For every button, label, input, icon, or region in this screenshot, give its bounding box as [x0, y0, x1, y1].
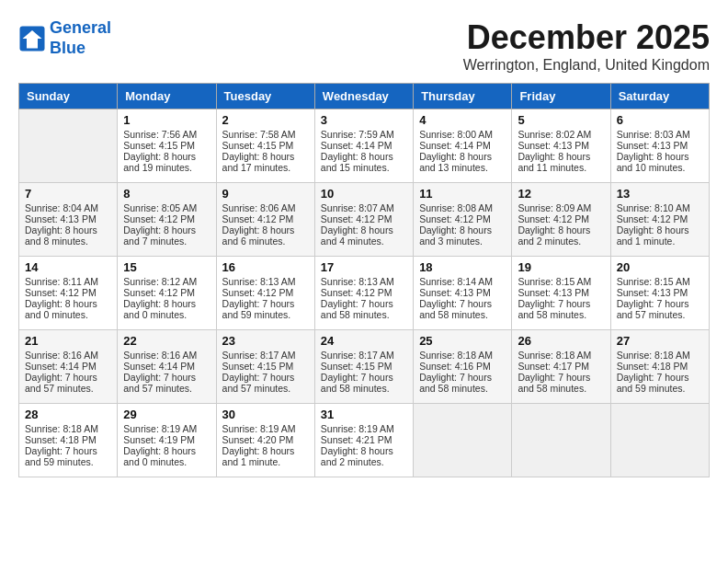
calendar-cell: 27Sunrise: 8:18 AMSunset: 4:18 PMDayligh… [610, 330, 709, 404]
week-row-3: 14Sunrise: 8:11 AMSunset: 4:12 PMDayligh… [19, 257, 710, 330]
calendar-cell: 19Sunrise: 8:15 AMSunset: 4:13 PMDayligh… [512, 257, 610, 330]
daylight-label: Daylight: 7 hours and 57 minutes. [25, 372, 97, 394]
sunrise: Sunrise: 8:02 AM [518, 129, 591, 140]
sunrise: Sunrise: 8:18 AM [617, 350, 690, 361]
daylight-label: Daylight: 8 hours and 1 minute. [617, 224, 689, 247]
day-number: 21 [25, 334, 111, 348]
day-number: 4 [419, 113, 506, 127]
daylight-label: Daylight: 7 hours and 58 minutes. [321, 298, 393, 320]
sunset: Sunset: 4:14 PM [419, 140, 491, 151]
column-header-wednesday: Wednesday [314, 84, 413, 109]
sunset: Sunset: 4:15 PM [222, 361, 294, 372]
daylight-label: Daylight: 8 hours and 13 minutes. [419, 151, 492, 173]
sunset: Sunset: 4:12 PM [321, 287, 392, 298]
calendar-cell: 21Sunrise: 8:16 AMSunset: 4:14 PMDayligh… [19, 330, 118, 404]
sunrise: Sunrise: 8:11 AM [25, 276, 98, 287]
sunrise: Sunrise: 8:15 AM [617, 276, 690, 287]
calendar-cell: 28Sunrise: 8:18 AMSunset: 4:18 PMDayligh… [19, 404, 118, 477]
sunrise: Sunrise: 8:00 AM [419, 129, 493, 140]
daylight-label: Daylight: 7 hours and 58 minutes. [321, 372, 393, 394]
day-number: 25 [419, 334, 506, 348]
title-block: December 2025 Werrington, England, Unite… [463, 18, 710, 74]
column-header-sunday: Sunday [19, 84, 118, 109]
day-number: 16 [222, 260, 309, 274]
calendar-cell: 17Sunrise: 8:13 AMSunset: 4:12 PMDayligh… [314, 257, 413, 330]
day-number: 27 [617, 334, 703, 348]
sunrise: Sunrise: 7:59 AM [321, 129, 394, 140]
day-number: 28 [25, 408, 111, 421]
day-number: 30 [222, 408, 309, 421]
day-number: 12 [518, 187, 604, 201]
sunset: Sunset: 4:12 PM [25, 287, 97, 298]
calendar-cell: 4Sunrise: 8:00 AMSunset: 4:14 PMDaylight… [414, 109, 512, 183]
sunrise: Sunrise: 8:13 AM [321, 276, 394, 287]
day-number: 31 [321, 408, 407, 421]
daylight-label: Daylight: 7 hours and 58 minutes. [518, 298, 590, 320]
sunset: Sunset: 4:12 PM [123, 287, 195, 298]
sunset: Sunset: 4:13 PM [518, 287, 589, 298]
daylight-label: Daylight: 8 hours and 2 minutes. [321, 445, 393, 467]
calendar-table: SundayMondayTuesdayWednesdayThursdayFrid… [18, 83, 710, 477]
sunset: Sunset: 4:15 PM [222, 140, 294, 151]
calendar-cell: 30Sunrise: 8:19 AMSunset: 4:20 PMDayligh… [216, 404, 314, 477]
sunrise: Sunrise: 8:05 AM [123, 202, 197, 213]
day-number: 8 [123, 187, 210, 201]
calendar-cell: 7Sunrise: 8:04 AMSunset: 4:13 PMDaylight… [19, 183, 118, 257]
sunrise: Sunrise: 7:58 AM [222, 129, 296, 140]
day-number: 15 [123, 260, 210, 274]
daylight-label: Daylight: 8 hours and 0 minutes. [25, 298, 97, 320]
sunrise: Sunrise: 8:19 AM [222, 423, 296, 434]
day-number: 26 [518, 334, 604, 348]
daylight-label: Daylight: 7 hours and 59 minutes. [617, 372, 689, 394]
page-header: General Blue December 2025 Werrington, E… [18, 18, 710, 74]
daylight-label: Daylight: 7 hours and 57 minutes. [123, 372, 196, 394]
calendar-cell: 15Sunrise: 8:12 AMSunset: 4:12 PMDayligh… [118, 257, 216, 330]
sunrise: Sunrise: 8:19 AM [123, 423, 197, 434]
sunrise: Sunrise: 8:15 AM [518, 276, 591, 287]
daylight-label: Daylight: 7 hours and 57 minutes. [222, 372, 295, 394]
sunrise: Sunrise: 8:04 AM [25, 202, 98, 213]
calendar-cell: 25Sunrise: 8:18 AMSunset: 4:16 PMDayligh… [414, 330, 512, 404]
day-number: 14 [25, 260, 111, 274]
calendar-cell: 23Sunrise: 8:17 AMSunset: 4:15 PMDayligh… [216, 330, 314, 404]
calendar-cell: 1Sunrise: 7:56 AMSunset: 4:15 PMDaylight… [118, 109, 216, 183]
sunset: Sunset: 4:14 PM [25, 361, 97, 372]
sunset: Sunset: 4:13 PM [25, 213, 97, 224]
sunrise: Sunrise: 8:14 AM [419, 276, 493, 287]
sunrise: Sunrise: 7:56 AM [123, 129, 197, 140]
day-number: 1 [123, 113, 210, 127]
daylight-label: Daylight: 8 hours and 2 minutes. [518, 224, 590, 247]
daylight-label: Daylight: 8 hours and 6 minutes. [222, 224, 295, 247]
sunset: Sunset: 4:12 PM [123, 213, 195, 224]
sunrise: Sunrise: 8:07 AM [321, 202, 394, 213]
sunset: Sunset: 4:12 PM [321, 213, 392, 224]
day-number: 6 [617, 113, 703, 127]
day-number: 3 [321, 113, 407, 127]
month-title: December 2025 [463, 18, 710, 57]
daylight-label: Daylight: 8 hours and 4 minutes. [321, 224, 393, 247]
daylight-label: Daylight: 8 hours and 8 minutes. [25, 224, 97, 247]
daylight-label: Daylight: 8 hours and 11 minutes. [518, 151, 590, 173]
daylight-label: Daylight: 8 hours and 17 minutes. [222, 151, 295, 173]
day-number: 29 [123, 408, 210, 421]
sunrise: Sunrise: 8:17 AM [321, 350, 394, 361]
sunrise: Sunrise: 8:06 AM [222, 202, 296, 213]
daylight-label: Daylight: 7 hours and 58 minutes. [419, 298, 492, 320]
daylight-label: Daylight: 8 hours and 3 minutes. [419, 224, 492, 247]
daylight-label: Daylight: 7 hours and 57 minutes. [617, 298, 689, 320]
sunrise: Sunrise: 8:08 AM [419, 202, 493, 213]
day-number: 13 [617, 187, 703, 201]
column-header-tuesday: Tuesday [216, 84, 314, 109]
sunrise: Sunrise: 8:10 AM [617, 202, 690, 213]
calendar-cell: 29Sunrise: 8:19 AMSunset: 4:19 PMDayligh… [118, 404, 216, 477]
sunrise: Sunrise: 8:19 AM [321, 423, 394, 434]
week-row-2: 7Sunrise: 8:04 AMSunset: 4:13 PMDaylight… [19, 183, 710, 257]
sunset: Sunset: 4:13 PM [617, 287, 688, 298]
day-number: 11 [419, 187, 506, 201]
sunset: Sunset: 4:15 PM [321, 361, 392, 372]
day-number: 24 [321, 334, 407, 348]
calendar-cell: 26Sunrise: 8:18 AMSunset: 4:17 PMDayligh… [512, 330, 610, 404]
calendar-cell [414, 404, 512, 477]
sunset: Sunset: 4:12 PM [222, 213, 294, 224]
day-number: 22 [123, 334, 210, 348]
